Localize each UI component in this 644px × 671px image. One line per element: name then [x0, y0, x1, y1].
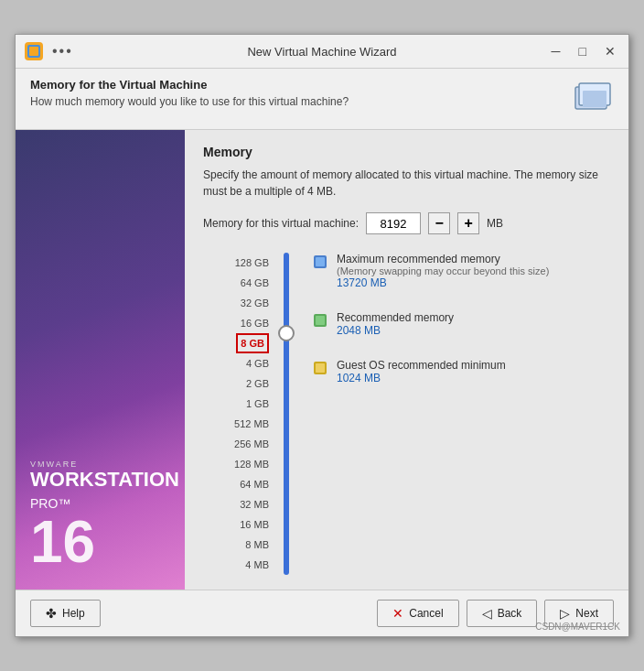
computer-stack-icon: [570, 78, 614, 122]
svg-rect-2: [29, 47, 38, 56]
slider-thumb[interactable]: [278, 325, 295, 341]
max-recommended-subtitle: (Memory swapping may occur beyond this s…: [337, 265, 549, 276]
svg-rect-11: [316, 363, 325, 373]
sidebar: VMWARE WORKSTATION PRO™ 16: [16, 130, 185, 590]
svg-rect-9: [316, 316, 325, 325]
guest-os-text: Guest OS recommended minimum 1024 MB: [337, 359, 506, 384]
titlebar: ••• New Virtual Machine Wizard ─ □ ✕: [16, 35, 628, 69]
guest-os-title: Guest OS recommended minimum: [337, 359, 506, 372]
help-button[interactable]: ✤ Help: [30, 600, 101, 627]
slider-label-4gb: 4 GB: [246, 353, 269, 373]
slider-label-128gb: 128 GB: [235, 253, 269, 273]
header-section: Memory for the Virtual Machine How much …: [16, 69, 628, 130]
main-panel: Memory Specify the amount of memory allo…: [185, 130, 628, 590]
memory-value-input[interactable]: [366, 212, 421, 234]
svg-rect-7: [316, 257, 325, 266]
svg-rect-5: [583, 91, 606, 107]
memory-decrease-button[interactable]: −: [428, 212, 450, 234]
slider-label-2gb: 2 GB: [246, 373, 269, 394]
recommended-value: 2048 MB: [337, 324, 454, 337]
section-title: Memory: [203, 145, 610, 159]
back-button[interactable]: ◁ Back: [467, 600, 538, 627]
guest-os-icon: [313, 361, 327, 375]
watermark: CSDN@MAVER1CK: [535, 622, 620, 632]
memory-unit-label: MB: [487, 217, 503, 230]
minimize-button[interactable]: ─: [546, 42, 566, 60]
max-recommended-title: Maximum recommended memory: [337, 253, 549, 265]
help-icon: ✤: [46, 606, 57, 621]
slider-labels: 128 GB 64 GB 32 GB 16 GB 8 GB 4 GB 2 GB …: [203, 253, 269, 575]
description-text: Specify the amount of memory allocated t…: [203, 167, 610, 200]
recommended-info: Recommended memory 2048 MB: [313, 311, 610, 337]
max-recommended-info: Maximum recommended memory (Memory swapp…: [313, 253, 610, 289]
window-controls: ─ □ ✕: [546, 42, 621, 60]
slider-area[interactable]: 128 GB 64 GB 32 GB 16 GB 8 GB 4 GB 2 GB …: [203, 253, 295, 575]
menu-dots[interactable]: •••: [52, 43, 73, 60]
slider-label-16mb: 16 MB: [240, 514, 269, 535]
slider-label-8gb: 8 GB: [236, 333, 269, 353]
cancel-button[interactable]: ✕ Cancel: [377, 600, 458, 627]
cancel-icon: ✕: [392, 606, 403, 621]
slider-label-64mb: 64 MB: [240, 474, 269, 494]
slider-label-16gb: 16 GB: [241, 313, 269, 333]
footer-left: ✤ Help: [30, 600, 101, 627]
maximize-button[interactable]: □: [574, 42, 592, 60]
recommended-memory-icon: [313, 313, 327, 328]
memory-increase-button[interactable]: +: [457, 212, 479, 234]
slider-label-32mb: 32 MB: [240, 494, 269, 514]
max-memory-icon: [313, 254, 327, 269]
slider-info-row: 128 GB 64 GB 32 GB 16 GB 8 GB 4 GB 2 GB …: [203, 253, 610, 575]
slider-label-32gb: 32 GB: [241, 293, 269, 313]
slider-label-8mb: 8 MB: [245, 535, 269, 555]
main-window: ••• New Virtual Machine Wizard ─ □ ✕ Mem…: [15, 34, 629, 637]
recommended-text: Recommended memory 2048 MB: [337, 311, 454, 337]
sidebar-brand: VMWARE WORKSTATION PRO™ 16: [30, 460, 179, 571]
guest-os-value: 1024 MB: [337, 372, 506, 384]
page-subtitle: How much memory would you like to use fo…: [30, 95, 349, 108]
app-logo-icon: [23, 40, 45, 62]
slider-label-4mb: 4 MB: [245, 555, 269, 575]
next-icon: ▷: [560, 606, 570, 621]
slider-label-1gb: 1 GB: [246, 394, 269, 414]
guest-os-info: Guest OS recommended minimum 1024 MB: [313, 359, 610, 384]
memory-input-row: Memory for this virtual machine: − + MB: [203, 212, 610, 234]
page-title: Memory for the Virtual Machine: [30, 78, 349, 92]
slider-label-64gb: 64 GB: [241, 273, 269, 293]
slider-track[interactable]: [284, 253, 289, 575]
close-button[interactable]: ✕: [599, 42, 621, 60]
info-section: Maximum recommended memory (Memory swapp…: [313, 253, 610, 575]
header-text: Memory for the Virtual Machine How much …: [30, 78, 349, 108]
slider-label-128mb: 128 MB: [234, 454, 269, 474]
memory-field-label: Memory for this virtual machine:: [203, 217, 359, 230]
slider-label-512mb: 512 MB: [234, 414, 269, 434]
recommended-title: Recommended memory: [337, 311, 454, 324]
workstation-label: WORKSTATION PRO™: [30, 469, 179, 513]
window-title: New Virtual Machine Wizard: [247, 45, 396, 59]
max-recommended-text: Maximum recommended memory (Memory swapp…: [337, 253, 549, 289]
content-area: VMWARE WORKSTATION PRO™ 16 Memory Specif…: [16, 130, 628, 590]
version-number: 16: [30, 513, 179, 571]
max-recommended-value: 13720 MB: [337, 276, 549, 289]
back-icon: ◁: [482, 606, 492, 621]
slider-label-256mb: 256 MB: [234, 434, 269, 454]
